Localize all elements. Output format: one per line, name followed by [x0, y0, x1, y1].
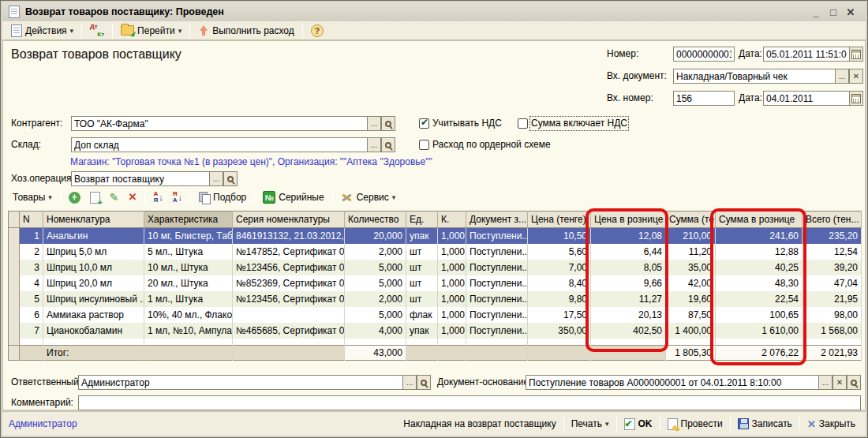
close-icon[interactable]: ✕ [842, 6, 859, 18]
table-cell[interactable]: 350,00 [528, 323, 591, 339]
table-cell[interactable]: 3 [20, 260, 43, 275]
column-header[interactable]: Сумма (те... [666, 212, 716, 228]
table-cell[interactable]: 402,50 [591, 323, 666, 339]
calendar-button[interactable] [849, 91, 863, 106]
base-doc-input[interactable] [526, 375, 819, 390]
table-cell[interactable] [9, 228, 20, 244]
table-cell[interactable]: 1 мл, №10, Ампула [144, 323, 233, 339]
table-cell[interactable]: 8,05 [591, 260, 666, 275]
table-cell[interactable]: 40,25 [716, 260, 803, 275]
table-cell[interactable]: 5,000 [345, 275, 406, 291]
table-cell[interactable]: Поступлени... [466, 244, 528, 260]
table-cell[interactable]: 47,04 [803, 275, 862, 291]
table-cell[interactable]: Поступлени... [466, 228, 528, 244]
order-scheme-checkbox-label[interactable]: Расход по ордерной схеме [432, 139, 551, 151]
table-cell[interactable]: 11,20 [666, 244, 716, 260]
vat-incl-checkbox-label[interactable]: Сумма включает НДС [531, 118, 627, 129]
table-cell[interactable]: 98,00 [803, 307, 862, 323]
table-cell[interactable]: 17,50 [528, 307, 591, 323]
incoming-doc-select-button[interactable]: ... [835, 69, 849, 84]
table-cell[interactable]: 1,000 [438, 244, 466, 260]
table-cell[interactable]: №852369, Сертификат 0... [233, 275, 345, 291]
table-cell[interactable]: 9,80 [528, 291, 591, 307]
table-cell[interactable]: 22,54 [716, 291, 803, 307]
column-header[interactable]: Документ з... [466, 212, 528, 228]
base-doc-clear-button[interactable]: ✕ [832, 375, 847, 390]
table-cell[interactable]: шт [406, 244, 438, 260]
ok-button[interactable]: OK [620, 417, 657, 432]
table-cell[interactable]: 10,50 [528, 228, 591, 244]
table-cell[interactable]: Поступлени... [466, 307, 528, 323]
column-header[interactable]: Цена в рознице [591, 212, 666, 228]
table-cell[interactable]: 210,00 [666, 228, 716, 244]
vat-incl-checkbox[interactable] [518, 118, 528, 129]
table-cell[interactable]: 10 мл., Штука [144, 260, 233, 275]
order-scheme-checkbox[interactable] [419, 140, 429, 150]
table-cell[interactable]: 2 [20, 244, 43, 260]
table-cell[interactable]: 8461913132, 21.03.2012,... [233, 228, 345, 244]
number-input[interactable] [673, 47, 735, 62]
execute-expense-button[interactable]: Выполнить расход [193, 24, 299, 38]
operation-input[interactable] [71, 171, 210, 186]
table-cell[interactable]: Поступлени... [466, 260, 528, 275]
date-input[interactable] [763, 47, 850, 62]
copy-row-button[interactable] [85, 190, 105, 205]
calendar-button[interactable] [849, 47, 863, 62]
table-cell[interactable]: 35,00 [666, 260, 716, 275]
table-cell[interactable]: 1,000 [438, 228, 466, 244]
responsible-select-button[interactable]: ... [402, 375, 417, 390]
save-button[interactable]: Записать [734, 417, 796, 431]
table-cell[interactable]: 4 [20, 275, 43, 291]
table-cell[interactable]: 9,66 [591, 275, 666, 291]
table-row[interactable]: 1Анальгин10 мг, Блистер, Таб...846191313… [9, 228, 862, 244]
contractor-open-button[interactable] [381, 116, 395, 131]
column-header[interactable]: Цена (тенге) [528, 212, 591, 228]
actions-button[interactable]: Действия ▾ [6, 23, 78, 39]
table-cell[interactable] [9, 275, 20, 291]
table-cell[interactable]: 1,000 [438, 260, 466, 275]
operation-select-button[interactable]: ... [209, 171, 223, 186]
table-cell[interactable]: 1,000 [438, 307, 466, 323]
serial-button[interactable]: № Серийные [258, 189, 328, 205]
table-cell[interactable]: Шприц 5,0 мл [43, 244, 144, 260]
table-cell[interactable]: 241,60 [716, 228, 803, 244]
warehouse-open-button[interactable] [381, 137, 395, 152]
delete-row-button[interactable]: ✕ [124, 190, 142, 204]
table-cell[interactable]: 21,95 [803, 291, 862, 307]
table-cell[interactable] [9, 260, 20, 275]
comment-input[interactable] [78, 395, 861, 410]
edit-row-button[interactable]: ✎ [105, 190, 124, 204]
table-row[interactable]: 5Шприц инсулиновый ...1 мл., Штука№12345… [9, 291, 862, 307]
table-cell[interactable]: шт [406, 260, 438, 275]
table-cell[interactable]: 11,27 [591, 291, 666, 307]
table-cell[interactable]: 5 мл., Штука [144, 244, 233, 260]
print-button[interactable]: Печать ▾ [567, 417, 613, 431]
table-cell[interactable]: 1 568,00 [803, 323, 862, 339]
table-cell[interactable]: 6,44 [591, 244, 666, 260]
table-cell[interactable]: Аммиака раствор [43, 307, 144, 323]
table-cell[interactable]: 12,88 [716, 244, 803, 260]
table-cell[interactable]: 1 610,00 [716, 323, 803, 339]
table-cell[interactable]: 10 мг, Блистер, Таб... [144, 228, 233, 244]
table-cell[interactable]: 12,54 [803, 244, 862, 260]
table-cell[interactable] [9, 291, 20, 307]
table-cell[interactable]: Поступлени... [466, 323, 528, 339]
table-cell[interactable]: №123456, Сертификат 0... [233, 291, 345, 307]
table-cell[interactable]: 20,13 [591, 307, 666, 323]
column-header[interactable]: Ед. [406, 212, 438, 228]
incoming-number-input[interactable] [673, 91, 735, 106]
column-header[interactable]: К. [438, 212, 466, 228]
incoming-doc-clear-button[interactable]: ✕ [849, 69, 863, 84]
add-row-button[interactable]: + [64, 190, 85, 205]
vat-checkbox-label[interactable]: Учитывать НДС [432, 118, 502, 129]
table-cell[interactable]: Шприц 10,0 мл [43, 260, 144, 275]
table-cell[interactable]: 5 [20, 291, 43, 307]
base-doc-select-button[interactable]: ... [818, 375, 832, 390]
column-header[interactable]: Сумма в рознице [716, 212, 803, 228]
print-form-button[interactable]: Накладная на возврат поставщику [399, 417, 559, 431]
table-cell[interactable]: 100,65 [716, 307, 803, 323]
table-cell[interactable]: 42,00 [666, 275, 716, 291]
minimize-icon[interactable]: _ [807, 6, 825, 18]
table-cell[interactable]: 4,000 [345, 323, 406, 339]
table-cell[interactable]: 20,000 [345, 228, 406, 244]
